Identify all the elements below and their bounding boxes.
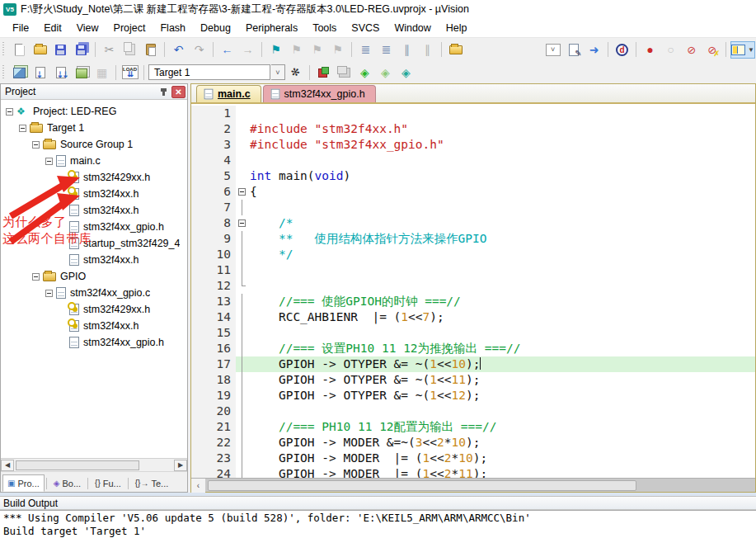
tree-item-stm32f4xx-h[interactable]: stm32f4xx.h	[1, 186, 187, 202]
unindent-button[interactable]: ≣	[377, 41, 396, 59]
functions-tab[interactable]: {}Fu...	[90, 474, 126, 492]
paste-button[interactable]	[141, 41, 160, 59]
menu-peripherals[interactable]: Peripherals	[238, 21, 305, 35]
navigate-back-button[interactable]: ←	[218, 41, 237, 59]
save-all-button[interactable]	[72, 41, 91, 59]
tree-item-stm32f4xx-gpio-h[interactable]: stm32f4xx_gpio.h	[1, 334, 187, 351]
download-button[interactable]: LOAD⇊	[120, 64, 139, 81]
expression-combo[interactable]: ˅	[543, 41, 562, 59]
options-for-target-button[interactable]: ✻	[286, 64, 305, 81]
fold-collapse-icon[interactable]	[238, 188, 246, 196]
batch-build-button[interactable]	[72, 64, 91, 81]
tree-item-stm32f429xx-h[interactable]: stm32f429xx.h	[1, 169, 187, 186]
code-line-13[interactable]: 13 //=== 使能GPIOH的时钟 ===//	[191, 294, 755, 309]
code-line-22[interactable]: 22 GPIOH -> MODER &=~(3<<2*10);	[191, 435, 755, 451]
find-in-files-button[interactable]	[564, 41, 583, 59]
insert-breakpoint-button[interactable]: ●	[641, 41, 660, 59]
code-line-9[interactable]: 9 ** 使用结构体指针方法来操作GPIO	[191, 231, 755, 247]
code-line-14[interactable]: 14 RCC_AHB1ENR |= (1<<7);	[191, 309, 755, 325]
scroll-left-icon[interactable]: ‹	[191, 479, 205, 493]
toggle-bookmark-button[interactable]: ⚑	[266, 41, 285, 59]
kill-all-breakpoints-button[interactable]: ⊘	[702, 41, 721, 59]
start-stop-debug-button[interactable]: d	[613, 41, 632, 59]
pack-installer-button[interactable]: ◈	[397, 64, 416, 81]
tree-item-stm32f4xx-gpio-c[interactable]: stm32f4xx_gpio.c	[1, 285, 187, 301]
manage-project-items-button[interactable]	[314, 64, 333, 81]
rebuild-button[interactable]	[51, 64, 70, 81]
scroll-left-icon[interactable]: ◀	[1, 460, 14, 471]
save-button[interactable]	[51, 41, 70, 59]
tree-item-stm32f429xx-h[interactable]: stm32f429xx.h	[1, 301, 187, 318]
code-line-7[interactable]: 7	[191, 200, 755, 215]
toolbar-grip[interactable]	[2, 42, 7, 57]
prev-bookmark-button[interactable]: ⚑	[287, 41, 306, 59]
run-to-cursor-button[interactable]: ➜	[585, 41, 603, 59]
tree-item-startup-stm32f429-4[interactable]: startup_stm32f429_4	[1, 235, 187, 252]
cut-button[interactable]: ✂	[100, 41, 119, 59]
menu-project[interactable]: Project	[106, 21, 153, 35]
pin-icon[interactable]	[157, 86, 170, 98]
menu-view[interactable]: View	[69, 21, 106, 35]
next-bookmark-button[interactable]: ⚑	[308, 41, 326, 59]
configure-tools-button[interactable]	[446, 41, 465, 59]
menu-help[interactable]: Help	[439, 21, 475, 35]
code-line-24[interactable]: 24 GPIOH -> MODER |= (1<<2*11);	[191, 466, 755, 478]
tree-item-stm32f4xx-h[interactable]: stm32f4xx.h	[1, 202, 187, 219]
editor-tab-main-c[interactable]: main.c	[196, 85, 261, 102]
scrollbar-thumb[interactable]	[208, 480, 636, 491]
code-line-17[interactable]: 17 GPIOH -> OTYPER &= ~(1<<10);	[191, 356, 755, 372]
expand-toggle-icon[interactable]	[45, 290, 53, 297]
clear-bookmarks-button[interactable]: ⚑	[328, 41, 347, 59]
build-button[interactable]	[31, 64, 49, 81]
expand-toggle-icon[interactable]	[6, 108, 13, 116]
tree-item-stm32f4xx-h[interactable]: stm32f4xx.h	[1, 252, 187, 268]
tree-item-project-led-reg[interactable]: ❖Project: LED-REG	[1, 103, 187, 120]
open-file-button[interactable]	[31, 41, 49, 59]
build-output-content[interactable]: *** Using Compiler 'V5.06 update 5 (buil…	[0, 510, 756, 538]
code-line-15[interactable]: 15	[191, 325, 755, 341]
code-line-21[interactable]: 21 //=== PH10 11 12配置为输出 ===//	[191, 419, 755, 435]
expand-toggle-icon[interactable]	[45, 158, 53, 165]
undo-button[interactable]: ↶	[169, 41, 188, 59]
scroll-right-icon[interactable]: ▶	[174, 460, 187, 471]
code-line-18[interactable]: 18 GPIOH -> OTYPER &= ~(1<<11);	[191, 372, 755, 388]
code-line-10[interactable]: 10 */	[191, 247, 755, 262]
code-line-19[interactable]: 19 GPIOH -> OTYPER &= ~(1<<12);	[191, 388, 755, 404]
books-tab[interactable]: ◈Bo...	[49, 474, 86, 492]
uncomment-button[interactable]: ∥	[418, 41, 437, 59]
tree-item-stm32f4xx-gpio-h[interactable]: stm32f4xx_gpio.h	[1, 219, 187, 235]
code-editor[interactable]: 12#include "stm32f4xx.h"3#include "stm32…	[191, 104, 755, 478]
code-line-6[interactable]: 6{	[191, 184, 755, 200]
navigate-forward-button[interactable]: →	[238, 41, 257, 59]
code-line-23[interactable]: 23 GPIOH -> MODER |= (1<<2*10);	[191, 451, 755, 466]
code-line-12[interactable]: 12	[191, 278, 755, 294]
editor-hscrollbar[interactable]: ‹	[191, 478, 755, 492]
menu-debug[interactable]: Debug	[193, 21, 238, 35]
code-line-5[interactable]: 5int main(void)	[191, 168, 755, 184]
stop-build-button[interactable]: ▦	[92, 64, 111, 81]
scrollbar-thumb[interactable]	[16, 460, 139, 470]
project-panel-hscrollbar[interactable]: ◀ ▶	[1, 458, 187, 471]
code-line-20[interactable]: 20	[191, 404, 755, 419]
tree-item-stm32f4xx-h[interactable]: stm32f4xx.h	[1, 318, 187, 334]
menu-edit[interactable]: Edit	[36, 21, 69, 35]
manage-rte-button[interactable]: ◈	[355, 64, 374, 81]
kill-breakpoint-button[interactable]: ⊘	[682, 41, 701, 59]
menu-flash[interactable]: Flash	[153, 21, 193, 35]
expand-toggle-icon[interactable]	[32, 141, 40, 149]
menu-tools[interactable]: Tools	[305, 21, 344, 35]
translate-button[interactable]	[10, 64, 29, 81]
target-select[interactable]: Target 1	[148, 64, 270, 80]
target-select-dropdown-button[interactable]: ˅	[271, 64, 285, 80]
redo-button[interactable]: ↷	[190, 41, 209, 59]
code-line-1[interactable]: 1	[191, 106, 755, 121]
indent-button[interactable]: ≣	[356, 41, 375, 59]
tree-item-gpio[interactable]: GPIO	[1, 268, 187, 285]
editor-tab-stm32f4xx-gpio-h[interactable]: stm32f4xx_gpio.h	[263, 85, 376, 102]
code-line-16[interactable]: 16 //=== 设置PH10 11 12为推挽输出 ===//	[191, 341, 755, 356]
copy-button[interactable]	[120, 41, 139, 59]
window-layout-button[interactable]: ▼	[730, 41, 755, 59]
tree-item-source-group-1[interactable]: Source Group 1	[1, 136, 187, 153]
code-line-2[interactable]: 2#include "stm32f4xx.h"	[191, 121, 755, 137]
manage-books-button[interactable]	[335, 64, 354, 81]
